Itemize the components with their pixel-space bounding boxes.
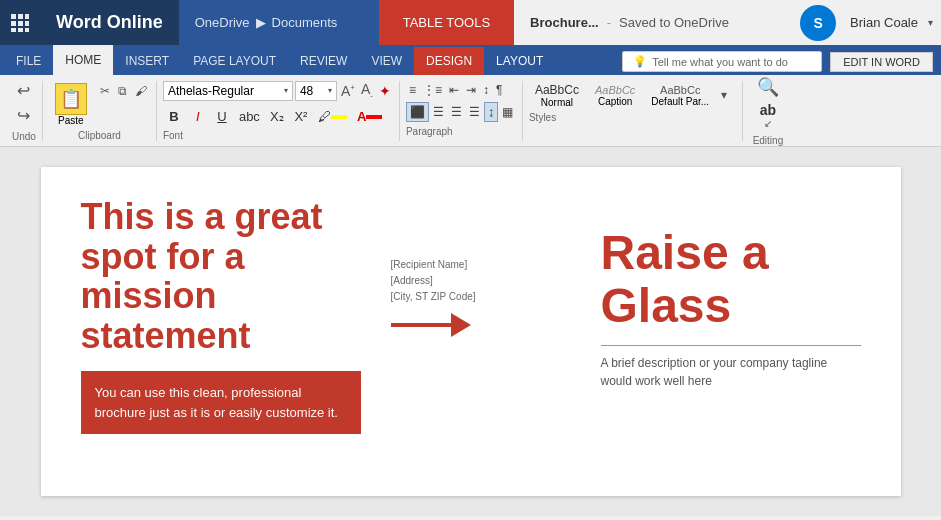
style-normal-preview: AaBbCc	[535, 83, 579, 97]
doc-title-area: Brochure... - Saved to OneDrive	[514, 0, 800, 45]
shading-button[interactable]: ▦	[499, 102, 516, 122]
editing-group-label: Editing	[753, 135, 784, 146]
mission-statement: This is a great spot for a mission state…	[81, 197, 361, 355]
font-size: 48	[300, 84, 313, 98]
save-status: Saved to OneDrive	[619, 15, 729, 30]
clear-formatting-button[interactable]: ✦	[377, 81, 393, 101]
breadcrumb[interactable]: OneDrive ▶ Documents	[179, 0, 379, 45]
table-tools-tab[interactable]: TABLE TOOLS	[379, 0, 514, 45]
tab-layout[interactable]: LAYOUT	[484, 47, 555, 75]
numbered-list-button[interactable]: ⋮≡	[420, 81, 445, 99]
cut-button[interactable]: ✂	[97, 83, 113, 99]
recipient-name: [Recipient Name]	[391, 257, 476, 273]
superscript-button[interactable]: X²	[290, 106, 312, 128]
undo-button[interactable]: ↩	[13, 79, 34, 102]
decrease-font-size-button[interactable]: A-	[359, 81, 375, 101]
document-area: This is a great spot for a mission state…	[0, 147, 941, 516]
styles-group: AaBbCc Normal AaBbCc Caption AaBbCc Defa…	[523, 81, 743, 141]
format-painter-button[interactable]: 🖌	[132, 83, 150, 99]
recipient-city: [City, ST ZIP Code]	[391, 289, 476, 305]
align-left-button[interactable]: ⬛	[406, 102, 429, 122]
underline-button[interactable]: U	[211, 106, 233, 128]
style-normal-item[interactable]: AaBbCc Normal	[529, 81, 585, 110]
tab-file[interactable]: FILE	[4, 47, 53, 75]
paragraph-group-label: Paragraph	[406, 126, 453, 137]
paste-icon: 📋	[55, 83, 87, 115]
style-default-item[interactable]: AaBbCc Default Par...	[645, 82, 715, 109]
style-default-label: Default Par...	[651, 96, 709, 107]
bold-button[interactable]: B	[163, 106, 185, 128]
edit-in-word-button[interactable]: EDIT IN WORD	[830, 52, 933, 72]
indent-increase-button[interactable]: ⇥	[463, 81, 479, 99]
tab-view[interactable]: VIEW	[359, 47, 414, 75]
font-format-row: B I U abc X₂ X² 🖊 A	[163, 106, 386, 128]
italic-button[interactable]: I	[187, 106, 209, 128]
svg-rect-2	[25, 14, 29, 19]
paragraph-group: ≡ ⋮≡ ⇤ ⇥ ↕ ¶ ⬛ ☰ ☰ ☰ ↨ ▦ Paragraph	[400, 81, 523, 141]
redo-button[interactable]: ↪	[13, 104, 34, 127]
replace-button[interactable]: ab ↙	[760, 102, 776, 129]
style-caption-label: Caption	[598, 96, 632, 107]
document-page: This is a great spot for a mission state…	[41, 167, 901, 496]
svg-rect-0	[11, 14, 16, 19]
style-normal-label: Normal	[541, 97, 573, 108]
search-button[interactable]: 🔍	[757, 76, 779, 98]
svg-rect-8	[25, 28, 29, 32]
strikethrough-button[interactable]: abc	[235, 106, 264, 128]
raise-glass-title: Raise a Glass	[601, 227, 861, 333]
undo-group: ↩ ↪ Undo	[6, 81, 43, 141]
font-name: Athelas-Regular	[168, 84, 254, 98]
copy-button[interactable]: ⧉	[115, 83, 130, 99]
font-size-selector[interactable]: 48 ▾	[295, 81, 337, 101]
indent-decrease-button[interactable]: ⇤	[446, 81, 462, 99]
justify-button[interactable]: ☰	[466, 102, 483, 122]
tab-design[interactable]: DESIGN	[414, 47, 484, 75]
breadcrumb-folder: Documents	[272, 15, 338, 30]
tab-insert[interactable]: INSERT	[113, 47, 181, 75]
styles-row: AaBbCc Normal AaBbCc Caption AaBbCc Defa…	[529, 81, 729, 110]
skype-button[interactable]: S	[800, 5, 836, 41]
lightbulb-icon: 💡	[633, 55, 647, 68]
user-chevron-icon[interactable]: ▾	[928, 17, 933, 28]
highlight-swatch	[331, 115, 347, 119]
right-column: Raise a Glass A brief description or you…	[601, 197, 861, 466]
ribbon-right: 💡 Tell me what you want to do EDIT IN WO…	[614, 51, 941, 75]
highlight-button[interactable]: 🖊	[314, 106, 351, 128]
tell-me-input[interactable]: 💡 Tell me what you want to do	[622, 51, 822, 72]
arrow-head	[451, 313, 471, 337]
styles-expand-button[interactable]: ▾	[719, 86, 729, 104]
align-right-button[interactable]: ☰	[448, 102, 465, 122]
tab-home[interactable]: HOME	[53, 45, 113, 75]
style-default-preview: AaBbCc	[660, 84, 700, 96]
tab-review[interactable]: REVIEW	[288, 47, 359, 75]
breadcrumb-root: OneDrive	[195, 15, 250, 30]
subscript-button[interactable]: X₂	[266, 106, 288, 128]
ribbon-toolbar: ↩ ↪ Undo 📋 Paste ✂ ⧉ 🖌 Clipboard Athelas…	[0, 75, 941, 147]
user-name: Brian Coale	[840, 15, 928, 30]
sort-button[interactable]: ↕	[480, 81, 492, 99]
style-caption-item[interactable]: AaBbCc Caption	[589, 82, 641, 109]
svg-rect-7	[18, 28, 23, 32]
font-family-selector[interactable]: Athelas-Regular ▾	[163, 81, 293, 101]
title-bar: Word Online OneDrive ▶ Documents TABLE T…	[0, 0, 941, 45]
left-column: This is a great spot for a mission state…	[81, 197, 361, 466]
align-center-button[interactable]: ☰	[430, 102, 447, 122]
app-logo: Word Online	[40, 0, 179, 45]
tell-me-label: Tell me what you want to do	[652, 56, 788, 68]
ab-icon: ab	[760, 102, 776, 118]
paste-button[interactable]: 📋 Paste	[49, 81, 93, 128]
line-spacing-button[interactable]: ↨	[484, 102, 498, 122]
increase-font-size-button[interactable]: A+	[339, 81, 357, 101]
alignment-row: ⬛ ☰ ☰ ☰ ↨ ▦	[406, 102, 516, 122]
bullet-list-button[interactable]: ≡	[406, 81, 419, 99]
show-formatting-button[interactable]: ¶	[493, 81, 505, 99]
user-area: S Brian Coale ▾	[800, 0, 941, 45]
svg-rect-1	[18, 14, 23, 19]
font-color-button[interactable]: A	[353, 106, 386, 128]
font-group: Athelas-Regular ▾ 48 ▾ A+ A- ✦ B I U abc…	[157, 81, 400, 141]
description-box: You can use this clean, professional bro…	[81, 371, 361, 434]
tab-page-layout[interactable]: PAGE LAYOUT	[181, 47, 288, 75]
tagline-text: A brief description or your company tagl…	[601, 354, 861, 390]
app-grid-button[interactable]	[0, 0, 40, 45]
arrow-line	[391, 323, 451, 327]
